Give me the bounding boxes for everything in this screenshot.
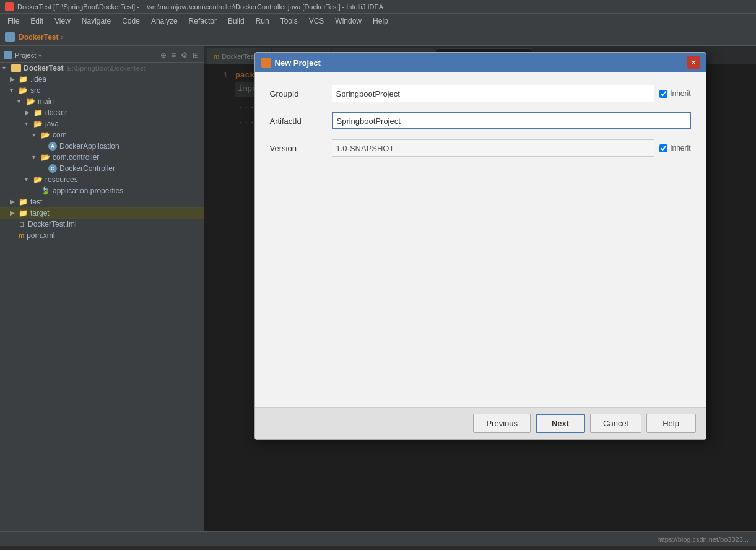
com-arrow: ▾ xyxy=(32,131,40,139)
dialog-footer: Previous Next Cancel Help xyxy=(255,407,706,439)
menu-view[interactable]: View xyxy=(50,15,76,27)
groupid-inherit-checkbox[interactable] xyxy=(659,90,667,98)
project-sidebar: Project ▾ ⊕ ≡ ⚙ ⊞ ▾ DockerTest E:\Spring… xyxy=(0,46,204,531)
help-button[interactable]: Help xyxy=(646,414,696,433)
title-bar: DockerTest [E:\SpringBoot\DockerTest] - … xyxy=(0,0,756,14)
groupid-input[interactable] xyxy=(332,85,655,102)
menu-help[interactable]: Help xyxy=(368,15,393,27)
status-url: https://blog.csdn.net/bo3023... xyxy=(658,536,749,543)
project-gear-icon[interactable]: ⚙ xyxy=(180,50,189,61)
next-button[interactable]: Next xyxy=(536,414,585,433)
tree-item-dockertest-iml[interactable]: ▶ 🗒 DockerTest.iml xyxy=(0,219,204,230)
root-arrow: ▾ xyxy=(2,64,10,72)
target-label: target xyxy=(30,209,50,217)
docker-app-icon: A xyxy=(48,142,57,151)
menu-vcs[interactable]: VCS xyxy=(304,15,329,27)
menu-analyze[interactable]: Analyze xyxy=(146,15,183,27)
menu-edit[interactable]: Edit xyxy=(25,15,48,27)
version-inherit-checkbox[interactable] xyxy=(659,144,667,152)
project-label[interactable]: Project xyxy=(15,51,36,59)
java-label: java xyxy=(45,120,59,128)
dialog-close-button[interactable]: ✕ xyxy=(687,56,700,69)
artifactid-input[interactable] xyxy=(332,112,691,129)
tree-item-test[interactable]: ▶ 📁 test xyxy=(0,196,204,207)
tree-item-pom[interactable]: ▶ m pom.xml xyxy=(0,230,204,241)
tree-item-idea[interactable]: ▶ 📁 .idea xyxy=(0,74,204,85)
dialog-app-icon xyxy=(261,58,271,68)
version-label: Version xyxy=(270,144,332,153)
breadcrumb-project[interactable]: DockerTest xyxy=(19,33,58,41)
dialog-title-bar: New Project ✕ xyxy=(255,53,706,72)
new-project-dialog: New Project ✕ GroupId Inherit xyxy=(254,52,706,440)
menu-file[interactable]: File xyxy=(2,15,24,27)
groupid-inherit: Inherit xyxy=(659,89,690,98)
version-text: 1.0-SNAPSHOT xyxy=(336,144,394,153)
tree-item-docker-application[interactable]: ▶ A DockerApplication xyxy=(0,141,204,152)
tree-item-docker[interactable]: ▶ 📁 docker xyxy=(0,107,204,118)
iml-file-icon: 🗒 xyxy=(19,220,25,228)
project-sync-icon[interactable]: ⊕ xyxy=(159,50,168,61)
tree-item-java[interactable]: ▾ 📂 java xyxy=(0,118,204,129)
com-label: com xyxy=(53,131,67,139)
menu-code[interactable]: Code xyxy=(117,15,145,27)
cancel-button[interactable]: Cancel xyxy=(590,414,641,433)
dialog-title-left: New Project xyxy=(261,58,321,68)
menu-tools[interactable]: Tools xyxy=(276,15,303,27)
resources-folder-icon: 📂 xyxy=(33,175,43,184)
main-arrow: ▾ xyxy=(17,98,25,105)
breadcrumb-bar: DockerTest › xyxy=(0,28,756,46)
menu-navigate[interactable]: Navigate xyxy=(77,15,116,27)
menu-refactor[interactable]: Refactor xyxy=(184,15,222,27)
project-toolbar-icons: ⊕ ≡ ⚙ ⊞ xyxy=(159,50,200,61)
pom-label: pom.xml xyxy=(27,231,54,240)
dialog-body: GroupId Inherit ArtifactId xyxy=(255,72,706,407)
tree-item-com[interactable]: ▾ 📂 com xyxy=(0,129,204,141)
menu-build[interactable]: Build xyxy=(223,15,250,27)
tree-item-docker-controller[interactable]: ▶ C DockerController xyxy=(0,163,204,174)
java-folder-icon: 📂 xyxy=(33,120,43,128)
project-layout-icon[interactable]: ⊞ xyxy=(191,50,200,61)
app-properties-label: application.properties xyxy=(53,186,123,195)
com-folder-icon: 📂 xyxy=(41,131,50,139)
docker-label: docker xyxy=(45,108,67,117)
idea-arrow: ▶ xyxy=(10,76,17,83)
src-arrow: ▾ xyxy=(10,87,17,94)
target-arrow: ▶ xyxy=(10,209,17,217)
tree-item-src[interactable]: ▾ 📂 src xyxy=(0,85,204,96)
artifactid-label: ArtifactId xyxy=(270,116,332,126)
test-arrow: ▶ xyxy=(10,198,17,206)
test-label: test xyxy=(30,198,42,206)
controller-folder-icon: 📂 xyxy=(41,153,50,162)
docker-controller-icon: C xyxy=(48,164,57,173)
menu-run[interactable]: Run xyxy=(251,15,274,27)
root-label: DockerTest xyxy=(24,64,63,72)
version-value: 1.0-SNAPSHOT xyxy=(332,139,655,157)
project-scope-icon[interactable]: ≡ xyxy=(170,50,177,61)
res-arrow: ▾ xyxy=(25,176,32,183)
tree-root[interactable]: ▾ DockerTest E:\SpringBoot\DockerTest xyxy=(0,63,204,74)
idea-label: .idea xyxy=(30,75,46,84)
tree-item-main[interactable]: ▾ 📂 main xyxy=(0,96,204,107)
pom-file-icon: m xyxy=(19,232,24,239)
tree-item-com-controller[interactable]: ▾ 📂 com.controller xyxy=(0,152,204,163)
tree-item-resources[interactable]: ▾ 📂 resources xyxy=(0,174,204,185)
docker-folder-icon: 📁 xyxy=(33,108,43,117)
menu-bar: File Edit View Navigate Code Analyze Ref… xyxy=(0,14,756,28)
main-layout: Project ▾ ⊕ ≡ ⚙ ⊞ ▾ DockerTest E:\Spring… xyxy=(0,46,756,531)
docker-controller-label: DockerController xyxy=(59,164,115,173)
cc-arrow: ▾ xyxy=(32,154,40,161)
project-panel-left: Project ▾ xyxy=(4,51,41,59)
com-controller-label: com.controller xyxy=(53,153,99,162)
project-folder-icon xyxy=(4,51,12,59)
artifactid-row: ArtifactId xyxy=(270,112,691,129)
previous-button[interactable]: Previous xyxy=(473,414,531,433)
version-inherit: Inherit xyxy=(659,144,690,152)
tree-item-app-properties[interactable]: ▶ 🍃 application.properties xyxy=(0,185,204,196)
version-inherit-label: Inherit xyxy=(670,144,690,152)
status-bar: https://blog.csdn.net/bo3023... xyxy=(0,531,756,546)
tree-item-target[interactable]: ▶ 📁 target xyxy=(0,207,204,219)
project-dropdown-icon[interactable]: ▾ xyxy=(38,52,41,59)
app-icon xyxy=(5,2,14,11)
menu-window[interactable]: Window xyxy=(330,15,367,27)
dockertest-iml-label: DockerTest.iml xyxy=(28,220,77,229)
